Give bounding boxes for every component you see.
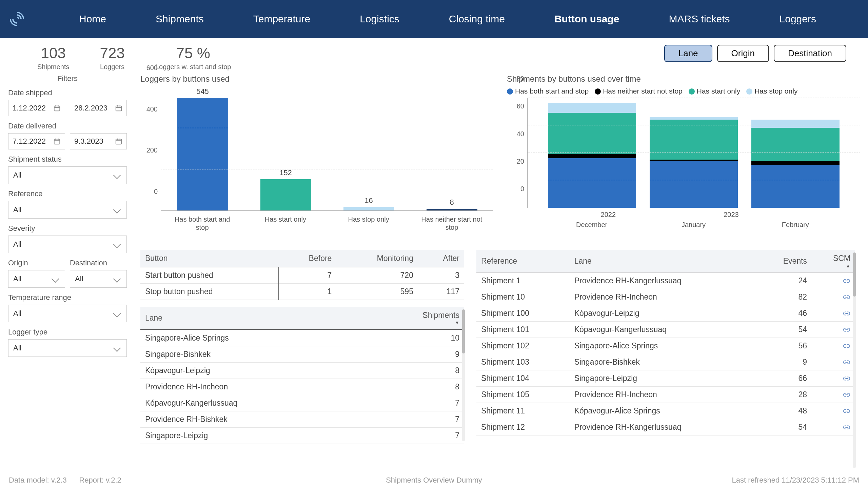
calendar-icon [53, 138, 61, 145]
shipments-header-lane[interactable]: Lane [570, 250, 758, 273]
kpi-label: Shipments [37, 63, 70, 71]
bar-rect [427, 209, 477, 210]
scrollbar-thumb[interactable] [853, 252, 856, 297]
bar-has-neither-start-not-stop[interactable]: 8 [420, 198, 484, 210]
segment-has-both-start-and-stop [751, 165, 840, 208]
table-row[interactable]: Stop button pushed1595117 [140, 284, 464, 300]
scrollbar-thumb[interactable] [462, 309, 465, 353]
destination-select[interactable]: All [70, 270, 127, 288]
scm-link-icon[interactable] [812, 403, 855, 419]
reference-select[interactable]: All [8, 201, 127, 219]
nav-shipments[interactable]: Shipments [142, 13, 217, 25]
svg-rect-0 [54, 106, 60, 111]
loggers-by-buttons-chart: Loggers by buttons used 0200400600 54515… [140, 74, 493, 229]
date-shipped-from[interactable]: 1.12.2022 [8, 100, 65, 116]
shipment-status-value: All [13, 171, 21, 180]
shipments-header-scm[interactable]: SCM▲ [812, 250, 855, 273]
nav-closing-time[interactable]: Closing time [435, 13, 518, 25]
toggle-destination[interactable]: Destination [774, 45, 846, 62]
chevron-down-icon [113, 171, 121, 179]
bar-has-stop-only[interactable]: 16 [337, 196, 401, 210]
nav-button-usage[interactable]: Button usage [541, 13, 633, 25]
nav-mars-tickets[interactable]: MARS tickets [655, 13, 744, 25]
scm-link-icon[interactable] [812, 305, 855, 322]
bar-rect [343, 207, 394, 210]
table-row[interactable]: Kópavogur-Leipzig8 [140, 363, 464, 379]
nav-home[interactable]: Home [65, 13, 120, 25]
legend-item[interactable]: Has start only [689, 87, 740, 95]
chart2-title: Shipments by buttons used over time [507, 74, 860, 84]
table-row[interactable]: Shipment 11Kópavogur-Alice Springs48 [476, 403, 855, 419]
stack-january[interactable] [650, 117, 738, 208]
scm-link-icon[interactable] [812, 322, 855, 338]
table-row[interactable]: Shipment 104Singapore-Leipzig66 [476, 370, 855, 387]
shipments-header-events[interactable]: Events [758, 250, 812, 273]
button-table-header[interactable]: Button [140, 250, 279, 267]
shipments-scrollbar[interactable] [853, 252, 856, 468]
toggle-origin[interactable]: Origin [717, 45, 769, 62]
scm-link-icon[interactable] [812, 387, 855, 403]
segment-has-neither-start-not-stop [548, 154, 636, 158]
legend-swatch-icon [746, 88, 752, 95]
lane-scrollbar[interactable] [462, 309, 465, 441]
scm-link-icon[interactable] [812, 370, 855, 387]
legend-swatch-icon [595, 88, 601, 95]
shipment-status-select[interactable]: All [8, 166, 127, 184]
shipment-status-label: Shipment status [8, 155, 127, 164]
scm-link-icon[interactable] [812, 354, 855, 370]
table-row[interactable]: Singapore-Alice Springs10 [140, 330, 464, 346]
toggle-lane[interactable]: Lane [664, 45, 712, 62]
nav-temperature[interactable]: Temperature [240, 13, 324, 25]
table-row[interactable]: Shipment 10Providence RH-Incheon82 [476, 289, 855, 305]
date-shipped-to[interactable]: 28.2.2023 [70, 100, 127, 116]
table-row[interactable]: Shipment 12Providence RH-Kangerlussuaq54 [476, 419, 855, 435]
origin-select[interactable]: All [8, 270, 65, 288]
x-label: Has stop only [336, 215, 401, 231]
nav-loggers[interactable]: Loggers [766, 13, 830, 25]
filters-title: Filters [8, 74, 127, 83]
stack-february[interactable] [751, 120, 840, 208]
table-row[interactable]: Shipment 100Kópavogur-Leipzig46 [476, 305, 855, 322]
date-delivered-to[interactable]: 9.3.2023 [70, 133, 127, 149]
severity-select[interactable]: All [8, 236, 127, 253]
table-row[interactable]: Providence RH-Bishkek7 [140, 411, 464, 428]
logger-type-select[interactable]: All [8, 339, 127, 357]
scm-link-icon[interactable] [812, 289, 855, 305]
table-row[interactable]: Shipment 105Providence RH-Incheon28 [476, 387, 855, 403]
calendar-icon [115, 138, 122, 145]
svg-rect-12 [116, 139, 122, 144]
destination-label: Destination [70, 259, 127, 267]
temperature-range-select[interactable]: All [8, 305, 127, 322]
scm-link-icon[interactable] [812, 273, 855, 289]
legend-item[interactable]: Has stop only [746, 87, 797, 95]
table-row[interactable]: Start button pushed77203 [140, 267, 464, 284]
scm-link-icon[interactable] [812, 419, 855, 435]
button-table-header[interactable]: After [418, 250, 464, 267]
lane-table-header-shipments[interactable]: Shipments▼ [363, 307, 464, 330]
bar-has-start-only[interactable]: 152 [254, 168, 318, 210]
table-row[interactable]: Shipment 1Providence RH-Kangerlussuaq24 [476, 273, 855, 289]
table-row[interactable]: Providence RH-Incheon8 [140, 379, 464, 395]
nav-logistics[interactable]: Logistics [346, 13, 413, 25]
table-row[interactable]: Shipment 102Singapore-Alice Springs56 [476, 338, 855, 354]
bar-has-both-start-and-stop[interactable]: 545 [171, 87, 235, 210]
lane-table-header-lane[interactable]: Lane [140, 307, 363, 330]
table-row[interactable]: Singapore-Bishkek9 [140, 346, 464, 363]
button-table-header[interactable]: Monitoring [336, 250, 418, 267]
scm-link-icon[interactable] [812, 338, 855, 354]
shipments-header-reference[interactable]: Reference [476, 250, 570, 273]
table-row[interactable]: Shipment 101Kópavogur-Kangerlussuaq54 [476, 322, 855, 338]
date-delivered-from[interactable]: 7.12.2022 [8, 133, 65, 149]
stack-december[interactable] [548, 103, 636, 208]
table-row[interactable]: Kópavogur-Kangerlussuaq7 [140, 395, 464, 411]
button-table-header[interactable]: Before [279, 250, 336, 267]
table-row[interactable]: Shipment 103Singapore-Bishkek9 [476, 354, 855, 370]
legend-item[interactable]: Has both start and stop [507, 87, 589, 95]
calendar-icon [115, 104, 122, 112]
date-shipped-to-value: 28.2.2023 [74, 104, 107, 113]
legend-item[interactable]: Has neither start not stop [595, 87, 683, 95]
footer: Data model: v.2.3 Report: v.2.2 Shipment… [9, 476, 859, 485]
x-label: January [649, 221, 737, 229]
table-row[interactable]: Singapore-Leipzig7 [140, 428, 464, 444]
bar-value: 8 [450, 198, 454, 207]
